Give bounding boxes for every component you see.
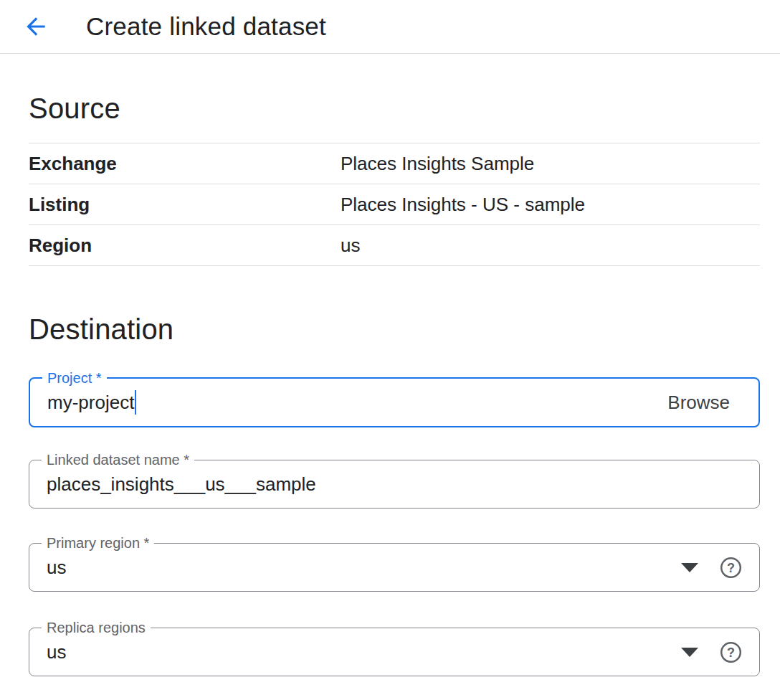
text-cursor (135, 390, 136, 415)
caret-down-icon (681, 563, 698, 572)
help-circle-icon: ? (720, 557, 742, 579)
replica-regions-help-button[interactable]: ? (720, 641, 742, 663)
help-circle-icon: ? (720, 641, 742, 663)
browse-button[interactable]: Browse (667, 392, 730, 414)
exchange-value: Places Insights Sample (341, 153, 534, 175)
region-value: us (341, 235, 360, 257)
replica-regions-value: us (47, 641, 66, 663)
project-field[interactable]: Project * my-project Browse (29, 377, 760, 427)
primary-region-dropdown[interactable]: Primary region * us ? (29, 543, 760, 592)
replica-regions-dropdown[interactable]: Replica regions us ? (29, 628, 760, 676)
linked-dataset-name-label: Linked dataset name * (42, 453, 194, 467)
arrow-back-icon (22, 13, 49, 40)
listing-value: Places Insights - US - sample (341, 194, 585, 216)
primary-region-value: us (47, 557, 66, 579)
main-content: Source Exchange Places Insights Sample L… (0, 93, 780, 676)
table-row: Listing Places Insights - US - sample (29, 184, 760, 225)
svg-text:?: ? (727, 561, 735, 575)
svg-text:?: ? (727, 645, 735, 660)
project-input[interactable]: my-project (47, 392, 134, 414)
table-row: Region us (29, 225, 760, 266)
primary-region-label: Primary region * (42, 536, 154, 550)
source-section-heading: Source (29, 93, 760, 125)
header-bar: Create linked dataset (0, 0, 780, 54)
primary-region-help-button[interactable]: ? (720, 557, 742, 579)
destination-section-heading: Destination (29, 313, 760, 346)
linked-dataset-name-input[interactable]: places_insights___us___sample (47, 473, 316, 496)
project-field-label: Project * (42, 371, 107, 385)
caret-down-icon (681, 648, 698, 657)
table-row: Exchange Places Insights Sample (29, 143, 760, 184)
back-button[interactable] (22, 12, 50, 41)
linked-dataset-name-field[interactable]: Linked dataset name * places_insights___… (29, 460, 760, 509)
exchange-label: Exchange (29, 153, 341, 175)
replica-regions-label: Replica regions (42, 620, 151, 635)
listing-label: Listing (29, 194, 341, 216)
source-properties-table: Exchange Places Insights Sample Listing … (29, 143, 760, 266)
region-label: Region (29, 235, 341, 257)
page-title: Create linked dataset (86, 12, 326, 41)
